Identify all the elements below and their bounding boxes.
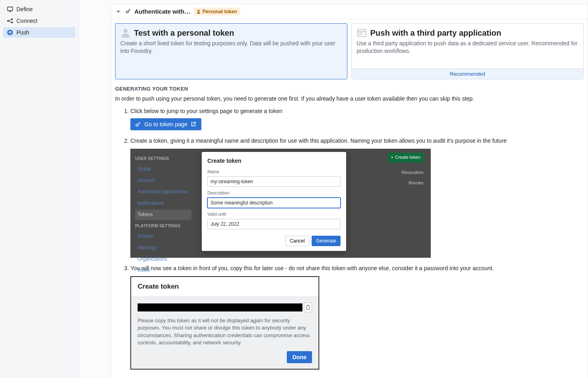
create-token-dialog: Create token Name Description Valid unti… [202, 152, 346, 251]
option-desc: Create a short lived token for testing p… [120, 40, 342, 55]
valid-until-label: Valid until [207, 211, 341, 218]
svg-point-2 [7, 20, 9, 22]
svg-point-4 [11, 22, 13, 23]
option-title: Push with a third party application [370, 28, 501, 38]
create-token-green-button: + Create token [388, 153, 424, 162]
section-heading: GENERATING YOUR TOKEN [115, 86, 584, 92]
sidebar: Define Connect Push [0, 0, 79, 378]
user-settings-heading: USER SETTINGS [135, 156, 191, 162]
push-icon [7, 29, 13, 36]
valid-until-input [207, 219, 341, 229]
option-personal-token[interactable]: Test with a personal token Create a shor… [115, 23, 347, 79]
svg-rect-14 [307, 306, 310, 309]
revocation-column-header: Revocation [388, 170, 424, 176]
token-display-screenshot: Create token Please copy this token as i… [130, 276, 319, 369]
svg-point-8 [124, 29, 128, 33]
content-card: Authenticate with… Personal token Test w… [111, 4, 588, 378]
go-to-token-page-button[interactable]: Go to token page [130, 118, 201, 130]
option-desc: Use a third party application to push da… [357, 40, 578, 55]
sidebar-item-define[interactable]: Define [3, 4, 75, 14]
clipboard-icon [304, 303, 312, 312]
button-label: Go to token page [144, 121, 187, 127]
step-1: Click below to jump to your settings pag… [130, 107, 584, 130]
monitor-icon [7, 6, 13, 12]
settings-link-tokens: Tokens [135, 210, 191, 220]
step-2-text: Create a token, giving it a meaningful n… [130, 137, 507, 144]
settings-link-markings: Markings [135, 243, 191, 253]
done-button: Done [287, 351, 312, 363]
settings-link-auth-apps: Authorized applications [135, 187, 191, 197]
card-header-title: Authenticate with… [134, 8, 191, 15]
personal-token-badge: Personal token [194, 8, 240, 16]
application-icon [357, 28, 367, 38]
sidebar-item-label: Define [16, 6, 32, 12]
plus-icon: + [391, 154, 393, 161]
dialog-title: Create token [207, 157, 341, 165]
token-description-input [207, 198, 341, 208]
settings-link-organizations: Organizations [135, 254, 191, 264]
svg-point-7 [198, 10, 200, 12]
description-label: Description [207, 190, 341, 196]
option-third-party[interactable]: Push with a third party application Use … [351, 23, 584, 79]
sidebar-item-label: Connect [16, 18, 37, 24]
name-label: Name [207, 169, 341, 175]
svg-point-13 [136, 124, 138, 127]
section-intro: In order to push using your personal tok… [115, 95, 584, 103]
svg-rect-0 [8, 7, 13, 11]
generate-button: Generate [312, 236, 341, 246]
step-1-text: Click below to jump to your settings pag… [130, 108, 282, 114]
token-warning-text: Please copy this token as it will not be… [138, 317, 312, 346]
main-content: Authenticate with… Personal token Test w… [79, 0, 588, 378]
person-icon [196, 9, 201, 14]
step-3: You will now see a token in front of you… [130, 264, 584, 370]
recommended-label: Recommended [352, 69, 583, 79]
settings-link-account: Account [135, 176, 191, 186]
settings-link-roles: Roles [135, 265, 191, 275]
sidebar-item-label: Push [16, 29, 29, 36]
create-token-dialog-screenshot: USER SETTINGS Profile Account Authorized… [130, 149, 431, 258]
revoke-link: Revoke [388, 180, 424, 186]
masked-token-value [138, 303, 302, 311]
external-link-icon [191, 121, 197, 127]
badge-label: Personal token [203, 9, 237, 14]
settings-link-notifications: Notifications [135, 198, 191, 208]
embed2-title: Create token [131, 277, 318, 297]
steps-list: Click below to jump to your settings pag… [115, 107, 584, 370]
option-title: Test with a personal token [134, 28, 234, 38]
person-silhouette-icon [120, 28, 131, 38]
connect-icon [7, 18, 13, 24]
step-2: Create a token, giving it a meaningful n… [130, 137, 584, 258]
settings-link-profile: Profile [135, 164, 191, 174]
key-icon [135, 121, 141, 127]
platform-settings-heading: PLATFORM SETTINGS [135, 223, 191, 229]
sidebar-item-connect[interactable]: Connect [3, 16, 75, 26]
svg-point-3 [11, 18, 13, 20]
cancel-button: Cancel [286, 236, 309, 246]
card-header: Authenticate with… Personal token [111, 4, 588, 19]
svg-point-6 [126, 11, 128, 13]
settings-link-groups: Groups [135, 231, 191, 241]
token-name-input [207, 176, 341, 187]
sidebar-item-push[interactable]: Push [3, 27, 75, 38]
collapse-chevron-icon[interactable] [114, 8, 122, 16]
key-icon [126, 8, 131, 15]
auth-option-row: Test with a personal token Create a shor… [115, 23, 584, 79]
